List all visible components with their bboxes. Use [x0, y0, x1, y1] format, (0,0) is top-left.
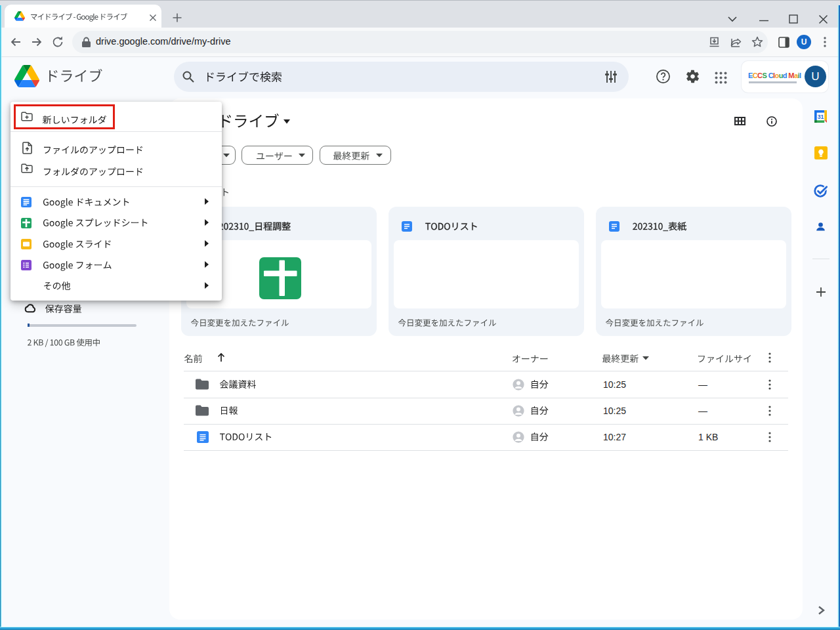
svg-text:31: 31 — [818, 114, 824, 120]
